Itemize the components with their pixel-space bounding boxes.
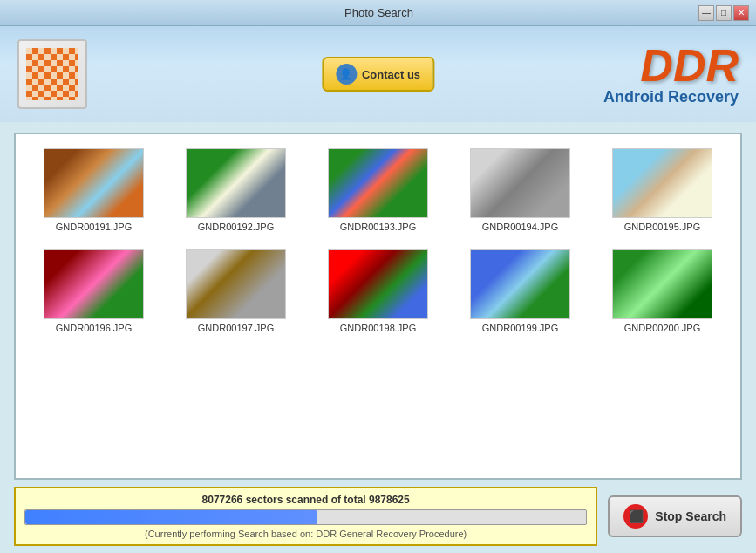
photo-thumb-p194 [470,148,570,218]
main-content: GNDR00191.JPGGNDR00192.JPGGNDR00193.JPGG… [0,122,756,553]
photo-thumb-p193 [328,148,428,218]
stop-search-button[interactable]: ⬛ Stop Search [608,495,742,537]
photo-label-p199: GNDR00199.JPG [482,323,558,333]
contact-button[interactable]: 👤 Contact us [322,57,434,92]
progress-info: 8077266 sectors scanned of total 9878625… [14,487,597,546]
progress-bar-container [24,509,587,525]
logo-pattern [26,48,78,100]
maximize-button[interactable]: □ [716,5,732,21]
close-button[interactable]: ✕ [733,5,749,21]
photo-thumb-p199 [470,249,570,319]
photo-item[interactable]: GNDR00198.JPG [314,249,442,333]
photo-thumb-p196 [44,249,144,319]
minimize-button[interactable]: — [698,5,714,21]
window-title: Photo Search [59,6,698,19]
photo-thumb-p192 [186,148,286,218]
window-controls: — □ ✕ [698,5,749,21]
photo-label-p198: GNDR00198.JPG [340,323,416,333]
photo-thumb-p191 [44,148,144,218]
brand-subtitle: Android Recovery [603,88,739,106]
contact-icon: 👤 [336,64,357,85]
brand-ddr: DDR [603,43,739,88]
stop-icon: ⬛ [623,504,648,529]
sectors-text: 8077266 sectors scanned of total 9878625 [24,494,587,506]
photo-label-p192: GNDR00192.JPG [198,222,274,232]
photo-item[interactable]: GNDR00195.JPG [598,148,726,232]
photo-item[interactable]: GNDR00191.JPG [30,148,158,232]
progress-area: 8077266 sectors scanned of total 9878625… [14,487,742,546]
photo-item[interactable]: GNDR00200.JPG [598,249,726,333]
photo-label-p193: GNDR00193.JPG [340,222,416,232]
title-bar: Photo Search — □ ✕ [0,0,756,26]
photo-thumb-p198 [328,249,428,319]
app-logo [17,39,87,109]
photo-label-p196: GNDR00196.JPG [56,323,132,333]
photo-thumb-p195 [612,148,712,218]
photo-item[interactable]: GNDR00192.JPG [172,148,300,232]
photo-container[interactable]: GNDR00191.JPGGNDR00192.JPGGNDR00193.JPGG… [14,133,742,480]
photo-item[interactable]: GNDR00196.JPG [30,249,158,333]
photo-item[interactable]: GNDR00199.JPG [456,249,584,333]
photo-label-p197: GNDR00197.JPG [198,323,274,333]
header: 👤 Contact us DDR Android Recovery [0,26,756,122]
brand-area: DDR Android Recovery [603,43,739,106]
photo-thumb-p197 [186,249,286,319]
photo-grid: GNDR00191.JPGGNDR00192.JPGGNDR00193.JPGG… [30,148,726,333]
photo-label-p195: GNDR00195.JPG [624,222,700,232]
progress-status: (Currently performing Search based on: D… [24,529,587,539]
photo-item[interactable]: GNDR00193.JPG [314,148,442,232]
progress-bar-fill [25,510,317,524]
photo-label-p194: GNDR00194.JPG [482,222,558,232]
photo-thumb-p200 [612,249,712,319]
photo-label-p200: GNDR00200.JPG [624,323,700,333]
photo-label-p191: GNDR00191.JPG [56,222,132,232]
photo-item[interactable]: GNDR00197.JPG [172,249,300,333]
photo-item[interactable]: GNDR00194.JPG [456,148,584,232]
